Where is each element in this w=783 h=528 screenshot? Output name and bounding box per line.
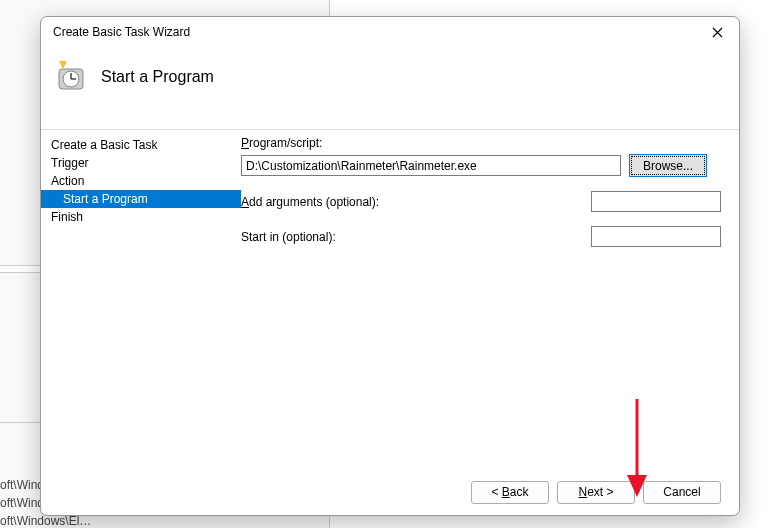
cancel-button[interactable]: Cancel [643, 481, 721, 504]
wizard-dialog: Create Basic Task Wizard Start a Program… [40, 16, 740, 516]
add-arguments-row: Add arguments (optional): [241, 191, 721, 212]
svg-marker-0 [59, 61, 67, 69]
browse-button[interactable]: Browse... [629, 154, 707, 177]
close-button[interactable] [705, 20, 729, 44]
next-button[interactable]: Next > [557, 481, 635, 504]
program-script-row: Browse... [241, 154, 721, 177]
wizard-step-title: Start a Program [101, 68, 214, 86]
sidebar-item-start-a-program[interactable]: Start a Program [41, 190, 241, 208]
start-in-input[interactable] [591, 226, 721, 247]
program-script-input[interactable] [241, 155, 621, 176]
add-arguments-input[interactable] [591, 191, 721, 212]
background-list-item: oft\Windows\El… [0, 514, 100, 528]
wizard-sidebar: Create a Basic Task Trigger Action Start… [41, 130, 241, 469]
sidebar-item-action[interactable]: Action [41, 172, 241, 190]
sidebar-item-trigger[interactable]: Trigger [41, 154, 241, 172]
wizard-content: Program/script: Browse... Add arguments … [241, 130, 739, 469]
program-script-label: Program/script: [241, 136, 721, 150]
titlebar: Create Basic Task Wizard [41, 17, 739, 47]
sidebar-item-finish[interactable]: Finish [41, 208, 241, 226]
start-in-label: Start in (optional): [241, 230, 336, 244]
sidebar-item-create-basic-task[interactable]: Create a Basic Task [41, 136, 241, 154]
wizard-body: Create a Basic Task Trigger Action Start… [41, 129, 739, 469]
add-arguments-label: Add arguments (optional): [241, 195, 379, 209]
close-icon [712, 27, 723, 38]
start-in-row: Start in (optional): [241, 226, 721, 247]
back-button[interactable]: < Back [471, 481, 549, 504]
wizard-header: Start a Program [41, 47, 739, 113]
wizard-footer: < Back Next > Cancel [41, 469, 739, 515]
dialog-title: Create Basic Task Wizard [51, 25, 705, 39]
clock-task-icon [55, 61, 87, 93]
